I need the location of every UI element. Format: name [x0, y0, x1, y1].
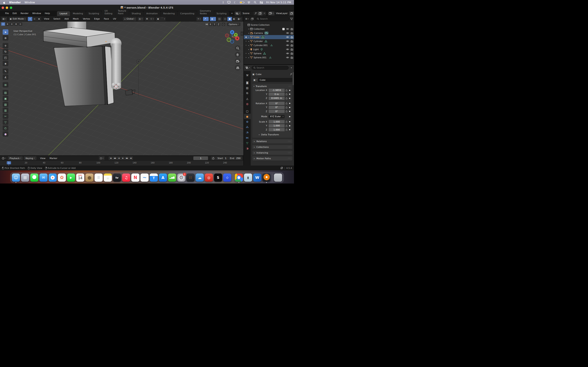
timeline-ruler[interactable]: 1 20406080100120140160180200220240 [0, 161, 243, 166]
object-id-icon[interactable]: ▣ [252, 78, 258, 82]
sidebar-collapse-tab[interactable]: ‹ [241, 31, 243, 36]
menu-view[interactable]: View [43, 17, 51, 20]
properties-tab-constraints[interactable]: ⋈ [244, 135, 251, 140]
menu-vertex[interactable]: Vertex [81, 17, 91, 20]
dock-loop-app[interactable]: ◇ [223, 174, 231, 182]
hide-eye-icon[interactable] [286, 40, 289, 42]
loop-cut-tool[interactable]: ▥ [3, 108, 8, 113]
rotate-tool[interactable]: ↻ [3, 49, 8, 54]
inset-faces-tool[interactable]: ▣ [3, 96, 8, 101]
timeline-marker-menu[interactable]: Marker [48, 157, 59, 160]
rotation-z-input[interactable]: 0° [269, 110, 285, 113]
dock-contacts[interactable]: ⬤ [85, 174, 94, 182]
lock-icon[interactable] [285, 93, 288, 95]
proportional-editing-icon[interactable]: ◉ [156, 17, 160, 21]
knife-tool[interactable]: ✂ [3, 114, 8, 119]
animate-dot[interactable] [288, 107, 291, 108]
dock-apple-tv[interactable]: tv [113, 174, 121, 182]
properties-tab-physics[interactable]: ◔ [244, 130, 251, 135]
solid-shading-button[interactable]: ● [227, 17, 232, 21]
dock-blender[interactable] [262, 174, 270, 182]
location-x-input[interactable]: -1.9859 [269, 89, 285, 92]
playback-menu[interactable]: Playback [8, 156, 23, 160]
transform-orientation-dropdown[interactable]: ⟂Global [123, 17, 136, 21]
vertex-select-button[interactable]: ⊡ [28, 17, 32, 21]
measure-tool[interactable]: ∡ [3, 75, 8, 80]
animate-dot[interactable] [288, 90, 291, 91]
motion-paths-panel[interactable]: ▸Motion Paths∷∷ [252, 156, 292, 160]
animate-dot[interactable] [288, 111, 291, 112]
pan-view-button[interactable] [235, 52, 241, 58]
use-preview-range-button[interactable] [211, 156, 216, 160]
menubar-clock[interactable]: Fri Nov 14 5:11 PM [266, 1, 291, 4]
light-data-icon[interactable] [260, 48, 263, 51]
animate-dot[interactable] [288, 125, 291, 126]
snap-falloff-icon[interactable]: ◌ [222, 23, 225, 26]
scale-x-input[interactable]: 1.000 [269, 120, 285, 123]
select-intersect-button[interactable]: ⊡ [18, 22, 22, 26]
menu-uv[interactable]: UV [112, 17, 118, 20]
dock-freeform[interactable]: ~ [140, 174, 149, 182]
xray-toggle[interactable]: ◫ [217, 17, 222, 21]
outliner-editor-type-button[interactable]: ⊟ [245, 17, 250, 21]
animate-dot[interactable] [288, 94, 291, 95]
auto-keying-record-button[interactable] [99, 156, 105, 160]
animate-dot[interactable] [288, 98, 291, 99]
move-tool[interactable]: ✛ [3, 43, 8, 48]
pivot-point-dropdown[interactable]: ◎ [138, 17, 144, 21]
active-vertex[interactable] [105, 41, 106, 42]
menu-edge[interactable]: Edge [93, 17, 101, 20]
outliner-row-light[interactable]: ▸ Light [244, 47, 294, 51]
menubar-window-menu[interactable]: Window [25, 1, 35, 4]
tab-modeling[interactable]: Modeling [70, 11, 86, 16]
jump-to-prev-keyframe-button[interactable]: ◀◀ [113, 156, 117, 160]
hide-eye-icon[interactable] [286, 48, 289, 50]
disable-render-icon[interactable] [291, 57, 293, 59]
properties-tab-scene[interactable]: ◬ [244, 96, 251, 101]
menu-mesh[interactable]: Mesh [71, 17, 80, 20]
bevel-tool[interactable]: ▧ [3, 102, 8, 107]
menu-file[interactable]: File [3, 12, 11, 15]
animate-dot[interactable] [288, 116, 291, 117]
properties-tab-output[interactable]: ▤ [244, 85, 251, 91]
tab-sculpting[interactable]: Sculpting [86, 11, 102, 16]
mirror-x-button[interactable]: X [209, 23, 212, 26]
mirror-z-button[interactable]: Z [217, 23, 220, 26]
outliner-row-sphere-001[interactable]: •▸ Sphere.001 [244, 55, 294, 59]
outliner-row-cylinder[interactable]: •▸ Cylinder [244, 39, 294, 43]
camera-data-icon[interactable] [265, 32, 268, 34]
dock-calculator[interactable]: ∷ [186, 174, 195, 182]
properties-tab-render[interactable]: ◙ [244, 80, 251, 85]
menu-add[interactable]: Add [63, 17, 70, 20]
dock-utility-jar[interactable]: ▮ [244, 174, 252, 182]
timeline-editor-type-button[interactable] [1, 156, 7, 160]
viewport-3d[interactable]: ▢ ⊞ ⊟ ⊠ ⊡ ⋈ X Y Z ◌ Options User Perspec… [0, 22, 243, 155]
properties-tab-tool[interactable]: ⚒ [244, 73, 251, 78]
dock-music[interactable]: ♫ [122, 174, 130, 182]
outliner-search-input[interactable]: Search [255, 17, 289, 21]
properties-search-input[interactable]: Search [251, 66, 289, 70]
hide-eye-icon[interactable] [286, 52, 289, 54]
poly-build-tool[interactable]: ▽ [3, 119, 8, 125]
lock-icon[interactable] [285, 125, 288, 127]
object-name-field[interactable]: ▣ Cube [252, 78, 292, 82]
menu-help[interactable]: Help [43, 12, 52, 15]
properties-tab-particles[interactable]: ⁂ [244, 124, 251, 130]
battery-icon[interactable] [240, 1, 244, 3]
viewlayer-browse-button[interactable] [268, 11, 274, 16]
tab-uv-editing[interactable]: UV Editing [102, 8, 115, 16]
dock-reminders[interactable]: ☰ [95, 174, 103, 182]
apple-menu-icon[interactable] [3, 1, 6, 4]
dock-photo-booth[interactable]: ◎ [205, 174, 213, 182]
dock-shapr3d[interactable]: S [214, 174, 222, 182]
disable-render-icon[interactable] [291, 44, 293, 47]
camera-view-button[interactable] [235, 58, 241, 64]
select-subtract-button[interactable]: ⊟ [10, 22, 14, 26]
new-scene-button[interactable] [258, 11, 262, 16]
frame-end-field[interactable]: End250 [228, 156, 242, 160]
hide-eye-icon[interactable] [286, 57, 289, 58]
dock-facetime[interactable]: ▶ [67, 174, 75, 182]
navigation-gizmo[interactable]: Z Y X [225, 29, 240, 44]
tab-rendering[interactable]: Rendering [161, 11, 177, 16]
filter-funnel-icon[interactable] [290, 18, 293, 20]
